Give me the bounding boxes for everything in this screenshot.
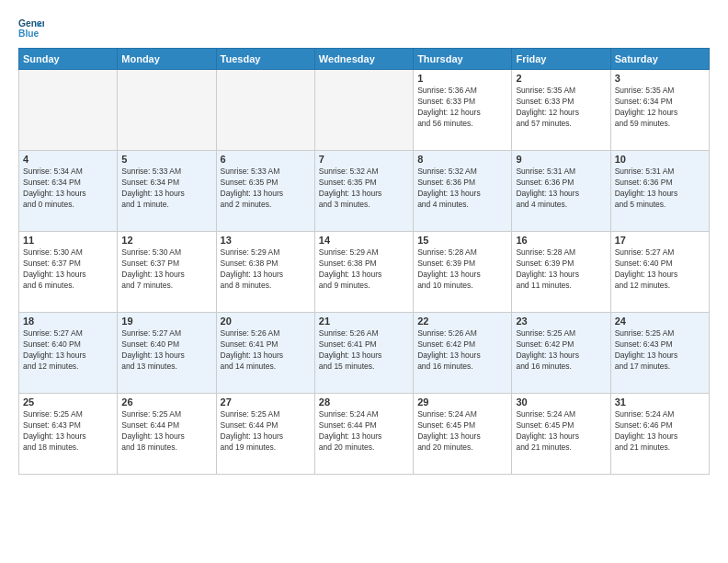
day-number: 16 xyxy=(516,235,606,246)
calendar-cell: 26Sunrise: 5:25 AM Sunset: 6:44 PM Dayli… xyxy=(118,394,216,475)
weekday-header-thursday: Thursday xyxy=(414,49,512,70)
day-info: Sunrise: 5:29 AM Sunset: 6:38 PM Dayligh… xyxy=(319,247,409,292)
calendar-cell: 9Sunrise: 5:31 AM Sunset: 6:36 PM Daylig… xyxy=(512,151,610,232)
calendar-cell: 14Sunrise: 5:29 AM Sunset: 6:38 PM Dayli… xyxy=(314,232,413,313)
calendar-cell: 19Sunrise: 5:27 AM Sunset: 6:40 PM Dayli… xyxy=(118,313,216,394)
day-number: 13 xyxy=(221,235,311,246)
calendar-cell: 13Sunrise: 5:29 AM Sunset: 6:38 PM Dayli… xyxy=(216,232,314,313)
day-info: Sunrise: 5:35 AM Sunset: 6:34 PM Dayligh… xyxy=(615,86,705,130)
svg-text:General: General xyxy=(18,18,44,29)
svg-text:Blue: Blue xyxy=(18,29,40,39)
week-row-5: 25Sunrise: 5:25 AM Sunset: 6:43 PM Dayli… xyxy=(19,394,710,475)
day-number: 8 xyxy=(417,154,507,165)
day-info: Sunrise: 5:25 AM Sunset: 6:44 PM Dayligh… xyxy=(221,409,311,454)
day-info: Sunrise: 5:24 AM Sunset: 6:45 PM Dayligh… xyxy=(516,409,606,454)
day-info: Sunrise: 5:27 AM Sunset: 6:40 PM Dayligh… xyxy=(615,247,705,292)
day-info: Sunrise: 5:33 AM Sunset: 6:34 PM Dayligh… xyxy=(121,167,211,211)
day-info: Sunrise: 5:26 AM Sunset: 6:42 PM Dayligh… xyxy=(417,328,507,373)
page-header: General Blue xyxy=(18,15,710,40)
calendar-cell: 29Sunrise: 5:24 AM Sunset: 6:45 PM Dayli… xyxy=(414,394,512,475)
day-info: Sunrise: 5:25 AM Sunset: 6:42 PM Dayligh… xyxy=(516,328,606,373)
day-number: 1 xyxy=(417,73,507,84)
day-info: Sunrise: 5:34 AM Sunset: 6:34 PM Dayligh… xyxy=(23,167,113,211)
day-number: 4 xyxy=(23,154,113,165)
weekday-header-wednesday: Wednesday xyxy=(314,49,413,70)
day-number: 2 xyxy=(516,73,606,84)
weekday-header-row: SundayMondayTuesdayWednesdayThursdayFrid… xyxy=(19,49,710,70)
day-info: Sunrise: 5:31 AM Sunset: 6:36 PM Dayligh… xyxy=(516,167,606,211)
calendar-cell: 4Sunrise: 5:34 AM Sunset: 6:34 PM Daylig… xyxy=(19,151,118,232)
day-info: Sunrise: 5:30 AM Sunset: 6:37 PM Dayligh… xyxy=(23,247,113,292)
weekday-header-tuesday: Tuesday xyxy=(216,49,314,70)
day-info: Sunrise: 5:35 AM Sunset: 6:33 PM Dayligh… xyxy=(516,86,606,130)
day-number: 26 xyxy=(121,396,211,408)
calendar-cell: 12Sunrise: 5:30 AM Sunset: 6:37 PM Dayli… xyxy=(118,232,216,313)
day-number: 5 xyxy=(121,154,211,165)
calendar-cell: 11Sunrise: 5:30 AM Sunset: 6:37 PM Dayli… xyxy=(19,232,118,313)
calendar-cell: 31Sunrise: 5:24 AM Sunset: 6:46 PM Dayli… xyxy=(610,394,709,475)
calendar-cell xyxy=(118,70,216,151)
day-info: Sunrise: 5:33 AM Sunset: 6:35 PM Dayligh… xyxy=(221,167,311,211)
calendar-cell: 30Sunrise: 5:24 AM Sunset: 6:45 PM Dayli… xyxy=(512,394,610,475)
day-info: Sunrise: 5:30 AM Sunset: 6:37 PM Dayligh… xyxy=(121,247,211,292)
calendar-cell: 24Sunrise: 5:25 AM Sunset: 6:43 PM Dayli… xyxy=(610,313,709,394)
weekday-header-sunday: Sunday xyxy=(19,49,118,70)
day-number: 20 xyxy=(221,316,311,327)
week-row-3: 11Sunrise: 5:30 AM Sunset: 6:37 PM Dayli… xyxy=(19,232,710,313)
day-info: Sunrise: 5:27 AM Sunset: 6:40 PM Dayligh… xyxy=(23,328,113,373)
weekday-header-friday: Friday xyxy=(512,49,610,70)
calendar-cell: 27Sunrise: 5:25 AM Sunset: 6:44 PM Dayli… xyxy=(216,394,314,475)
day-number: 30 xyxy=(516,396,606,408)
calendar-cell: 21Sunrise: 5:26 AM Sunset: 6:41 PM Dayli… xyxy=(314,313,413,394)
weekday-header-monday: Monday xyxy=(118,49,216,70)
day-number: 28 xyxy=(319,396,409,408)
day-info: Sunrise: 5:32 AM Sunset: 6:35 PM Dayligh… xyxy=(319,167,409,211)
day-info: Sunrise: 5:24 AM Sunset: 6:46 PM Dayligh… xyxy=(615,409,705,454)
calendar-cell: 3Sunrise: 5:35 AM Sunset: 6:34 PM Daylig… xyxy=(610,70,709,151)
day-number: 27 xyxy=(221,396,311,408)
calendar-cell: 15Sunrise: 5:28 AM Sunset: 6:39 PM Dayli… xyxy=(414,232,512,313)
day-number: 6 xyxy=(221,154,311,165)
day-number: 14 xyxy=(319,235,409,246)
calendar-cell: 2Sunrise: 5:35 AM Sunset: 6:33 PM Daylig… xyxy=(512,70,610,151)
calendar-cell: 20Sunrise: 5:26 AM Sunset: 6:41 PM Dayli… xyxy=(216,313,314,394)
day-info: Sunrise: 5:25 AM Sunset: 6:43 PM Dayligh… xyxy=(615,328,705,373)
calendar-cell: 16Sunrise: 5:28 AM Sunset: 6:39 PM Dayli… xyxy=(512,232,610,313)
calendar-cell: 25Sunrise: 5:25 AM Sunset: 6:43 PM Dayli… xyxy=(19,394,118,475)
day-info: Sunrise: 5:29 AM Sunset: 6:38 PM Dayligh… xyxy=(221,247,311,292)
calendar-page: General Blue SundayMondayTuesdayWednesda… xyxy=(0,0,728,563)
day-info: Sunrise: 5:24 AM Sunset: 6:45 PM Dayligh… xyxy=(417,409,507,454)
logo-icon: General Blue xyxy=(18,15,44,40)
day-info: Sunrise: 5:36 AM Sunset: 6:33 PM Dayligh… xyxy=(417,86,507,130)
day-info: Sunrise: 5:32 AM Sunset: 6:36 PM Dayligh… xyxy=(417,167,507,211)
calendar-cell: 1Sunrise: 5:36 AM Sunset: 6:33 PM Daylig… xyxy=(414,70,512,151)
day-number: 25 xyxy=(23,396,113,408)
calendar-cell: 28Sunrise: 5:24 AM Sunset: 6:44 PM Dayli… xyxy=(314,394,413,475)
calendar-cell xyxy=(216,70,314,151)
day-info: Sunrise: 5:28 AM Sunset: 6:39 PM Dayligh… xyxy=(417,247,507,292)
day-number: 19 xyxy=(121,316,211,327)
day-number: 29 xyxy=(417,396,507,408)
day-number: 12 xyxy=(121,235,211,246)
day-number: 24 xyxy=(615,316,705,327)
calendar-cell xyxy=(19,70,118,151)
day-number: 15 xyxy=(417,235,507,246)
calendar-cell: 5Sunrise: 5:33 AM Sunset: 6:34 PM Daylig… xyxy=(118,151,216,232)
day-number: 10 xyxy=(615,154,705,165)
calendar-cell: 7Sunrise: 5:32 AM Sunset: 6:35 PM Daylig… xyxy=(314,151,413,232)
day-info: Sunrise: 5:26 AM Sunset: 6:41 PM Dayligh… xyxy=(221,328,311,373)
day-info: Sunrise: 5:28 AM Sunset: 6:39 PM Dayligh… xyxy=(516,247,606,292)
calendar-cell: 22Sunrise: 5:26 AM Sunset: 6:42 PM Dayli… xyxy=(414,313,512,394)
week-row-2: 4Sunrise: 5:34 AM Sunset: 6:34 PM Daylig… xyxy=(19,151,710,232)
logo: General Blue xyxy=(18,15,44,40)
day-number: 9 xyxy=(516,154,606,165)
calendar-cell: 23Sunrise: 5:25 AM Sunset: 6:42 PM Dayli… xyxy=(512,313,610,394)
calendar-cell: 18Sunrise: 5:27 AM Sunset: 6:40 PM Dayli… xyxy=(19,313,118,394)
calendar-cell: 6Sunrise: 5:33 AM Sunset: 6:35 PM Daylig… xyxy=(216,151,314,232)
day-number: 21 xyxy=(319,316,409,327)
day-info: Sunrise: 5:25 AM Sunset: 6:44 PM Dayligh… xyxy=(121,409,211,454)
day-info: Sunrise: 5:27 AM Sunset: 6:40 PM Dayligh… xyxy=(121,328,211,373)
day-info: Sunrise: 5:26 AM Sunset: 6:41 PM Dayligh… xyxy=(319,328,409,373)
calendar-cell: 10Sunrise: 5:31 AM Sunset: 6:36 PM Dayli… xyxy=(610,151,709,232)
day-info: Sunrise: 5:31 AM Sunset: 6:36 PM Dayligh… xyxy=(615,167,705,211)
